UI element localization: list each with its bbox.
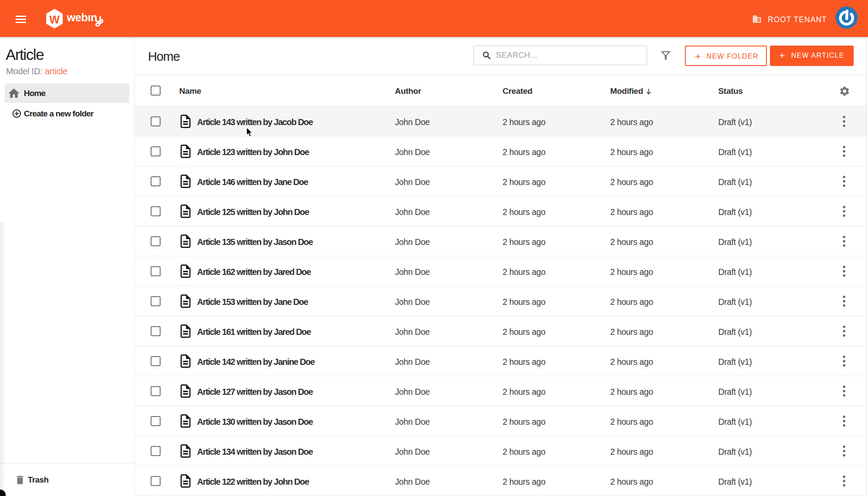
svg-text:W: W bbox=[49, 13, 60, 26]
